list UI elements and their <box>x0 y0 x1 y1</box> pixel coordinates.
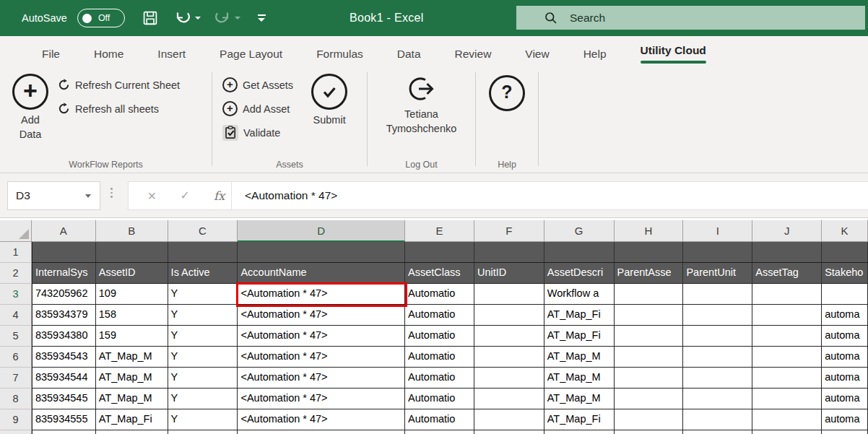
cell-D4[interactable]: <Automation * 47> <box>238 305 405 326</box>
cell-H1[interactable] <box>615 242 684 263</box>
cell-D8[interactable]: <Automation * 47> <box>238 389 405 409</box>
enter-check-icon[interactable]: ✓ <box>180 190 189 201</box>
cell-H3[interactable] <box>615 284 684 305</box>
tab-formulas[interactable]: Formulas <box>316 45 363 61</box>
cell-I10[interactable] <box>683 430 752 434</box>
cell-K5[interactable]: automa <box>822 326 868 347</box>
tab-data[interactable]: Data <box>397 45 421 61</box>
cell-D7[interactable]: <Automation * 47> <box>238 368 405 389</box>
cell-C7[interactable]: Y <box>168 368 238 389</box>
tab-help[interactable]: Help <box>583 45 607 61</box>
name-box[interactable]: D3 <box>7 181 100 210</box>
cell-I8[interactable] <box>683 389 752 409</box>
cell-G6[interactable]: AT_Map_M <box>544 347 615 368</box>
cell-A5[interactable]: 835934380 <box>32 326 96 347</box>
search-box[interactable] <box>516 6 865 30</box>
cell-F6[interactable] <box>474 347 544 368</box>
cell-I5[interactable] <box>683 326 752 347</box>
cell-J1[interactable] <box>752 242 822 263</box>
row-header-3[interactable]: 3 <box>0 284 32 305</box>
cell-I2[interactable]: ParentUnit <box>683 263 752 284</box>
help-button[interactable]: ? <box>485 69 529 111</box>
cell-A2[interactable]: InternalSys <box>32 263 96 284</box>
refresh-current-sheet-button[interactable]: Refresh Current Sheet <box>58 73 180 97</box>
add-data-button[interactable]: + Add Data <box>10 69 51 142</box>
cell-H4[interactable] <box>615 305 684 326</box>
column-header-A[interactable]: A <box>32 220 96 242</box>
cell-E5[interactable]: Automatio <box>405 326 474 347</box>
cell-A8[interactable]: 835934545 <box>32 389 96 409</box>
formula-input[interactable]: <Automation * 47> <box>231 181 868 210</box>
select-all-corner[interactable] <box>0 220 32 242</box>
row-header-8[interactable]: 8 <box>0 389 32 409</box>
cell-A9[interactable]: 835934555 <box>32 409 96 430</box>
cell-A7[interactable]: 835934544 <box>32 368 96 389</box>
cell-D5[interactable]: <Automation * 47> <box>238 326 405 347</box>
undo-dropdown-caret[interactable] <box>195 17 201 19</box>
cell-D3[interactable]: <Automation * 47> <box>238 284 405 305</box>
cell-G4[interactable]: AT_Map_Fi <box>544 305 615 326</box>
cell-B6[interactable]: AT_Map_M <box>96 347 168 368</box>
cell-J5[interactable] <box>752 326 822 347</box>
submit-button[interactable]: Submit <box>303 69 355 128</box>
cell-H2[interactable]: ParentAsse <box>615 263 684 284</box>
cell-C6[interactable]: Y <box>168 347 238 368</box>
cell-E10[interactable] <box>405 430 474 434</box>
cell-G1[interactable] <box>544 242 615 263</box>
cell-H9[interactable] <box>615 409 684 430</box>
cell-K10[interactable] <box>822 430 868 434</box>
cell-I4[interactable] <box>683 305 752 326</box>
row-header-9[interactable]: 9 <box>0 409 32 430</box>
tab-page-layout[interactable]: Page Layout <box>220 45 282 61</box>
cell-I6[interactable] <box>683 347 752 368</box>
column-header-H[interactable]: H <box>615 220 684 242</box>
cell-B7[interactable]: AT_Map_M <box>96 368 168 389</box>
cell-B5[interactable]: 159 <box>96 326 168 347</box>
cell-J9[interactable] <box>752 409 822 430</box>
cell-E2[interactable]: AssetClass <box>405 263 474 284</box>
row-header-7[interactable]: 7 <box>0 368 32 389</box>
cell-J4[interactable] <box>752 305 822 326</box>
cell-G5[interactable]: AT_Map_Fi <box>544 326 615 347</box>
cell-J10[interactable] <box>752 430 822 434</box>
cell-K4[interactable]: automa <box>822 305 868 326</box>
refresh-all-sheets-button[interactable]: Refresh all sheets <box>58 97 180 121</box>
cell-A3[interactable]: 743205962 <box>32 284 96 305</box>
quick-access-more-button[interactable] <box>258 14 266 22</box>
name-box-caret-icon[interactable] <box>85 194 91 198</box>
tab-home[interactable]: Home <box>94 45 123 61</box>
cell-E3[interactable]: Automatio <box>405 284 474 305</box>
cell-D10[interactable] <box>238 430 405 434</box>
cell-I3[interactable] <box>683 284 752 305</box>
cell-C10[interactable] <box>168 430 238 434</box>
cell-A4[interactable]: 835934379 <box>32 305 96 326</box>
tab-review[interactable]: Review <box>455 45 492 61</box>
cell-C2[interactable]: Is Active <box>168 263 238 284</box>
redo-dropdown-caret[interactable] <box>235 17 240 19</box>
cell-G7[interactable]: AT_Map_M <box>544 368 615 389</box>
tab-file[interactable]: File <box>42 45 60 61</box>
cell-K9[interactable]: automa <box>822 409 868 430</box>
column-header-B[interactable]: B <box>96 220 168 242</box>
row-header-1[interactable]: 1 <box>0 242 32 263</box>
cell-A1[interactable] <box>32 242 96 263</box>
column-header-C[interactable]: C <box>168 220 238 242</box>
column-header-F[interactable]: F <box>474 220 544 242</box>
cell-F5[interactable] <box>474 326 544 347</box>
cell-B9[interactable]: AT_Map_Fi <box>96 409 168 430</box>
cell-A6[interactable]: 835934543 <box>32 347 96 368</box>
cell-K3[interactable] <box>822 284 868 305</box>
cell-F8[interactable] <box>474 389 544 409</box>
cell-I1[interactable] <box>683 242 752 263</box>
cell-D2[interactable]: AccountName <box>238 263 405 284</box>
cell-B2[interactable]: AssetID <box>96 263 168 284</box>
cell-B3[interactable]: 109 <box>96 284 168 305</box>
cell-E7[interactable]: Automatio <box>405 368 474 389</box>
cell-H10[interactable] <box>615 430 684 434</box>
cell-K8[interactable]: automa <box>822 389 868 409</box>
cell-J8[interactable] <box>752 389 822 409</box>
cell-G3[interactable]: Workflow a <box>544 284 615 305</box>
column-header-K[interactable]: K <box>822 220 868 242</box>
cell-G8[interactable]: AT_Map_M <box>544 389 615 409</box>
cell-E8[interactable]: Automatio <box>405 389 474 409</box>
